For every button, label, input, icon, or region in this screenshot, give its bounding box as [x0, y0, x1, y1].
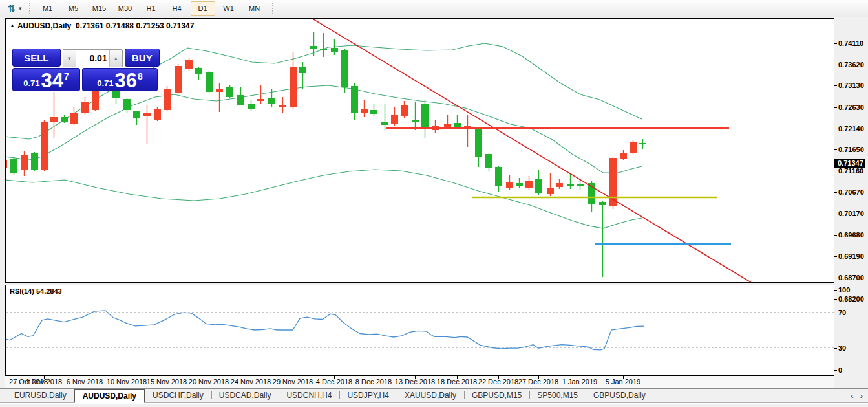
timeframe-button-M15[interactable]: M15 [87, 1, 112, 16]
order-arrows-icon[interactable]: ⇅ [5, 2, 18, 15]
chart-tab-gbpusd-daily[interactable]: GBPUSD,Daily [586, 389, 653, 402]
timeframe-button-H4[interactable]: H4 [165, 1, 189, 16]
candle-body [391, 115, 398, 124]
candle-body [164, 89, 171, 110]
timeframe-button-H1[interactable]: H1 [139, 1, 164, 16]
bollinger-lower-band [6, 170, 642, 228]
timeframe-button-MN[interactable]: MN [242, 1, 267, 16]
price-tick: 0.72630 [834, 104, 864, 111]
candle-body [21, 155, 28, 170]
price-axis[interactable]: 0.741100.736200.731300.726300.721400.716… [834, 18, 868, 376]
candle-body [341, 50, 348, 87]
time-axis[interactable]: 27 Oct 20181 Nov 20186 Nov 201810 Nov 20… [5, 376, 834, 388]
timeframe-button-M1[interactable]: M1 [36, 1, 60, 16]
candle-body [401, 105, 408, 116]
volume-decrease-button[interactable]: ▼ [63, 50, 76, 67]
trendline[interactable] [312, 19, 752, 282]
candle-body [70, 113, 78, 124]
candle-body [525, 181, 533, 188]
rsi-line [6, 311, 644, 350]
volume-increase-button[interactable]: ▲ [109, 50, 122, 67]
collapse-panel-icon[interactable]: ▲ [10, 23, 15, 28]
candle-body [133, 111, 140, 118]
time-label: 1 Jan 2019 [562, 378, 597, 386]
candle-body [279, 105, 286, 107]
candle-body [206, 72, 213, 92]
rsi-indicator-pane[interactable]: RSI(14) 54.2843 [5, 285, 834, 376]
candle-body [475, 129, 482, 157]
candle-body [556, 183, 563, 187]
time-label: 5 Jan 2019 [606, 378, 640, 386]
buy-price-pip: 8 [138, 71, 143, 82]
chart-tab-xauusd-daily[interactable]: XAUUSD,Daily [397, 389, 464, 402]
time-label: 24 Nov 2018 [231, 378, 271, 386]
tabs-scroll-left-icon[interactable]: ‹ [851, 391, 853, 401]
candle-body [257, 99, 264, 101]
buy-button[interactable]: BUY [125, 49, 160, 67]
candle-body [268, 98, 275, 104]
time-label: 15 Nov 2018 [147, 378, 187, 386]
candle-body [609, 158, 617, 206]
sell-price-big: 34 [41, 71, 63, 91]
toolbar: ⇅ ▾ M1M5M15M30H1H4D1W1MN [0, 0, 868, 17]
candle-body [320, 49, 327, 50]
time-label: 4 Dec 2018 [316, 378, 352, 386]
rsi-scale-label: 100 [834, 286, 850, 294]
timeframe-button-W1[interactable]: W1 [217, 1, 241, 16]
sell-price-box[interactable]: 0.71 34 7 [12, 68, 80, 91]
timeframe-button-M30[interactable]: M30 [113, 1, 138, 16]
candle-body [41, 122, 48, 170]
candle-body [10, 159, 17, 173]
candle-body [516, 183, 523, 186]
candle-body [248, 104, 255, 109]
candle-body [412, 120, 419, 122]
price-tick: 0.71160 [834, 167, 863, 175]
candle-body [154, 109, 161, 120]
chart-tab-usdcad-daily[interactable]: USDCAD,Daily [211, 389, 279, 402]
candle-body [216, 89, 223, 92]
candle-body [81, 102, 89, 113]
candle-body [421, 104, 429, 129]
buy-price-big: 36 [115, 71, 137, 91]
chart-tab-usdcnh-h4[interactable]: USDCNH,H4 [279, 389, 339, 402]
candle-body [143, 113, 151, 116]
sell-button[interactable]: SELL [12, 49, 61, 67]
price-tick: 0.69680 [834, 231, 864, 239]
chart-tab-usdjpy-h4[interactable]: USDJPY,H4 [339, 389, 396, 402]
candle-body [310, 46, 317, 49]
timeframe-button-D1[interactable]: D1 [191, 1, 215, 16]
time-label: 1 Nov 2018 [26, 378, 62, 386]
candle-body [50, 117, 58, 122]
candle-body [454, 123, 461, 127]
chart-tab-eurusd-daily[interactable]: EURUSD,Daily [6, 389, 74, 402]
candle-body [485, 154, 492, 168]
time-label: 8 Dec 2018 [355, 378, 392, 386]
timeframe-button-M5[interactable]: M5 [61, 1, 86, 16]
candle-body [547, 188, 554, 194]
main-chart-pane[interactable]: ▲AUDUSD,Daily 0.71361 0.71488 0.71253 0.… [5, 18, 834, 283]
price-tick: 0.74110 [834, 39, 863, 47]
candle-body [361, 109, 368, 113]
price-tick: 0.70670 [834, 188, 864, 196]
chart-tab-audusd-daily[interactable]: AUDUSD,Daily [74, 389, 145, 403]
volume-stepper: ▼ ▲ [63, 49, 123, 67]
volume-input[interactable] [76, 50, 109, 67]
candle-body [630, 142, 637, 153]
chart-tab-gbpusd-m15[interactable]: GBPUSD,M15 [464, 389, 529, 402]
rsi-scale-label: 30 [834, 344, 846, 352]
chart-tab-usdchf-daily[interactable]: USDCHF,Daily [145, 389, 211, 402]
time-label: 27 Dec 2018 [518, 378, 558, 386]
tabs-scroll-right-icon[interactable]: › [860, 391, 863, 401]
chart-tab-sp500-m15[interactable]: SP500,M15 [529, 389, 586, 402]
price-tick: 0.73130 [834, 82, 864, 89]
time-label: 10 Nov 2018 [107, 378, 147, 386]
price-tick: 0.71650 [834, 146, 864, 153]
chevron-down-icon[interactable]: ▾ [19, 5, 22, 12]
buy-price-prefix: 0.71 [97, 78, 113, 88]
candle-body [370, 110, 377, 114]
price-tick: 0.72140 [834, 125, 864, 133]
time-label: 22 Dec 2018 [478, 378, 518, 386]
chart-ohlc-values: 0.71361 0.71488 0.71253 0.71347 [76, 21, 195, 30]
buy-price-box[interactable]: 0.71 36 8 [82, 68, 158, 91]
time-label: 18 Dec 2018 [437, 378, 477, 386]
